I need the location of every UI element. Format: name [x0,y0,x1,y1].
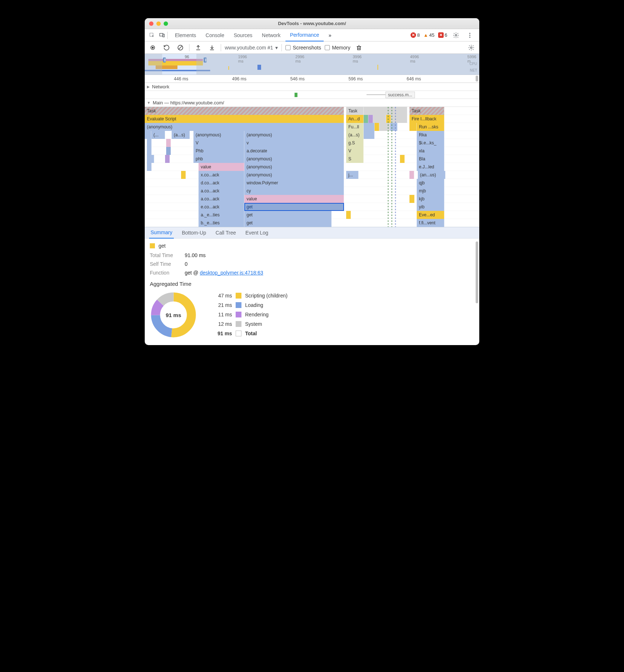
kebab-menu-icon[interactable] [465,30,475,40]
close-icon[interactable] [149,21,153,26]
network-request-chip[interactable]: success.m... [385,92,415,98]
flame-task[interactable]: Task [346,107,364,115]
maximize-icon[interactable] [164,21,168,26]
flame-entry[interactable]: Phb [193,147,244,155]
flame-entry[interactable]: Fu...ll [346,123,364,131]
overview-handle-right[interactable] [204,57,207,63]
function-source-link[interactable]: desktop_polymer.js:4718:63 [200,270,263,276]
record-button[interactable] [148,43,158,53]
main-track-header[interactable]: ▼ Main — https://www.youtube.com/ [145,99,479,107]
garbage-collect-icon[interactable] [354,43,364,53]
flame-sliver[interactable] [166,139,171,147]
flame-entry[interactable]: qjb [417,179,444,187]
flame-entry[interactable]: Rka [417,131,444,139]
flame-entry[interactable]: a.decorate [244,147,344,155]
flame-entry[interactable]: e.J...led [417,163,444,171]
flame-task[interactable]: Task [145,107,344,115]
flame-entry[interactable]: v [244,139,344,147]
flame-entry[interactable]: (an...us) [418,171,445,179]
minimize-icon[interactable] [156,21,161,26]
settings-icon[interactable] [451,30,461,40]
flame-sliver[interactable] [373,115,386,123]
flame-entry[interactable]: kjb [417,195,444,203]
flame-sliver[interactable] [364,131,375,139]
flame-sliver[interactable] [400,155,405,163]
upload-icon[interactable] [193,43,203,53]
flame-entry[interactable]: xla [417,147,444,155]
flame-entry[interactable]: (anonymous) [244,171,344,179]
flame-entry[interactable]: (anonymous) [244,163,344,171]
flame-entry[interactable]: V [193,139,244,147]
flame-entry[interactable]: x.co...ack [199,171,244,179]
flame-entry[interactable]: window.Polymer [244,179,344,187]
tab-sources[interactable]: Sources [229,29,257,41]
timeline-overview[interactable]: 96 ms 1996 ms 2996 ms 3996 ms 4996 ms 59… [145,54,479,75]
flame-entry[interactable]: b._e...ties [199,219,244,227]
flame-entry-selected[interactable]: get [244,203,344,211]
tab-bottom-up[interactable]: Bottom-Up [180,227,208,239]
flame-sliver[interactable] [165,155,170,163]
flame-sliver[interactable] [409,123,417,131]
flame-entry[interactable]: (a...s) [346,131,364,139]
scrollbar-thumb[interactable] [476,76,478,81]
flame-sliver[interactable] [391,115,408,123]
panel-settings-icon[interactable] [466,43,476,53]
tab-elements[interactable]: Elements [171,29,200,41]
flame-sliver[interactable] [364,115,368,123]
flame-entry[interactable]: An...d [346,115,364,123]
flame-entry[interactable]: (anonymous) [145,123,344,131]
flame-entry[interactable]: a.co...ack [199,195,244,203]
flame-entry[interactable]: mjb [417,187,444,195]
tabs-overflow[interactable]: » [324,29,336,41]
flame-entry[interactable]: f.fi...vent [417,219,444,227]
flame-entry[interactable]: a._e...ties [199,211,244,219]
network-track-header[interactable]: ▶ Network [145,83,479,91]
flame-sliver[interactable] [364,123,375,131]
scrollbar-thumb[interactable] [476,241,478,303]
flame-entry[interactable]: get [244,219,332,227]
flame-entry[interactable]: (anonymous) [244,131,344,139]
flame-sliver[interactable] [147,147,152,155]
flame-entry[interactable]: value [199,163,244,171]
flame-sliver[interactable] [409,195,415,203]
flame-sliver[interactable] [375,123,379,131]
flame-entry[interactable]: d.co...ack [199,179,244,187]
flame-entry[interactable]: Run ...sks [417,123,444,131]
download-icon[interactable] [207,43,217,53]
flame-entry[interactable]: cy [244,187,344,195]
tab-performance[interactable]: Performance [285,29,323,41]
screenshots-checkbox[interactable]: Screenshots [285,45,321,51]
flame-entry[interactable]: $i.e...ks_ [417,139,444,147]
flame-entry[interactable]: Fire I...llback [409,115,444,123]
flame-entry[interactable]: e.co...ack [199,203,244,211]
flame-chart[interactable]: Task Task Task Evaluate Script An...d Fi… [145,107,479,227]
flame-sliver[interactable] [147,155,154,163]
clear-button[interactable] [175,43,185,53]
overview-handle-left[interactable] [163,57,166,63]
errors-badge[interactable]: ✕ 8 [411,32,420,38]
flame-sliver[interactable] [346,211,351,219]
flame-entry[interactable]: value [244,195,344,203]
flame-sliver[interactable] [368,115,373,123]
flame-entry[interactable]: Evaluate Script [145,115,344,123]
flame-entry[interactable]: S [346,155,364,163]
flame-entry[interactable]: a.co...ack [199,187,244,195]
flame-sliver[interactable] [147,139,152,147]
flame-entry[interactable]: (... [151,131,165,139]
issues-badge[interactable]: ✕ 6 [438,32,447,38]
time-ruler[interactable]: 446 ms 496 ms 546 ms 596 ms 646 ms [145,75,479,83]
flame-entry[interactable]: (anonymous) [244,155,344,163]
flame-entry[interactable]: (a...s) [172,131,190,139]
device-mode-icon[interactable] [157,30,167,40]
flame-entry[interactable]: phb [193,155,244,163]
flame-sliver[interactable] [166,147,171,155]
flame-sliver[interactable] [409,171,414,179]
network-request[interactable] [295,93,297,97]
tab-network[interactable]: Network [257,29,285,41]
warnings-badge[interactable]: ▲ 45 [423,32,434,38]
flame-entry[interactable]: Eve...ed [417,211,444,219]
inspect-icon[interactable] [147,30,157,40]
flame-sliver[interactable] [147,163,152,171]
flame-task[interactable]: Task [409,107,444,115]
tab-console[interactable]: Console [201,29,228,41]
